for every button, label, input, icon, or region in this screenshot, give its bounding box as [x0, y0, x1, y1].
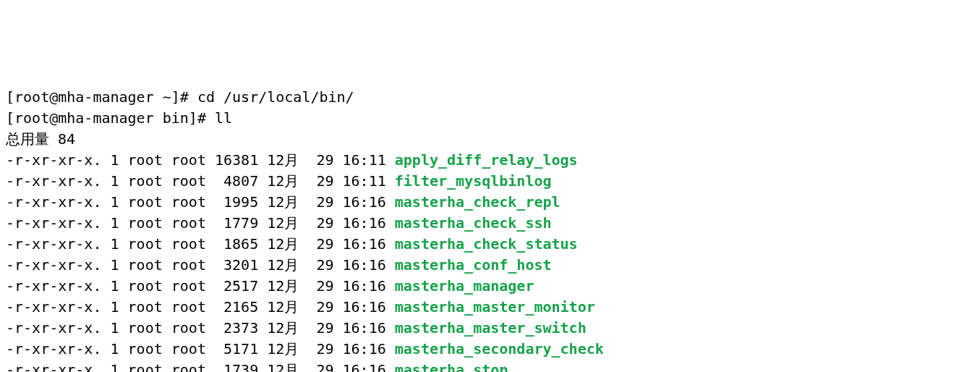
listing-row: -r-xr-xr-x. 1 root root 3201 12月 29 16:1…	[6, 255, 974, 276]
file-name: masterha_master_switch	[395, 319, 587, 337]
listing-row: -r-xr-xr-x. 1 root root 16381 12月 29 16:…	[6, 150, 974, 171]
file-name: masterha_conf_host	[395, 256, 552, 274]
shell-prompt: [root@mha-manager bin]#	[6, 109, 215, 127]
prompt-line-1[interactable]: [root@mha-manager ~]# cd /usr/local/bin/	[6, 87, 974, 108]
listing-row: -r-xr-xr-x. 1 root root 2373 12月 29 16:1…	[6, 318, 974, 339]
command-cd: cd /usr/local/bin/	[197, 88, 354, 106]
listing-row: -r-xr-xr-x. 1 root root 1779 12月 29 16:1…	[6, 213, 974, 234]
prompt-line-2[interactable]: [root@mha-manager bin]# ll	[6, 108, 974, 129]
file-name: filter_mysqlbinlog	[395, 172, 552, 190]
file-name: masterha_check_ssh	[395, 214, 552, 232]
command-ll: ll	[215, 109, 232, 127]
file-name: masterha_check_status	[395, 235, 578, 253]
file-name: masterha_secondary_check	[395, 340, 604, 358]
file-name: masterha_check_repl	[395, 193, 561, 211]
file-name: masterha_stop	[395, 361, 508, 372]
listing-row: -r-xr-xr-x. 1 root root 2165 12月 29 16:1…	[6, 297, 974, 318]
listing-row: -r-xr-xr-x. 1 root root 1739 12月 29 16:1…	[6, 360, 974, 372]
listing-row: -r-xr-xr-x. 1 root root 2517 12月 29 16:1…	[6, 276, 974, 297]
listing-row: -r-xr-xr-x. 1 root root 1865 12月 29 16:1…	[6, 234, 974, 255]
listing-row: -r-xr-xr-x. 1 root root 4807 12月 29 16:1…	[6, 171, 974, 192]
file-name: masterha_master_monitor	[395, 298, 595, 316]
shell-prompt: [root@mha-manager ~]#	[6, 88, 197, 106]
listing-row: -r-xr-xr-x. 1 root root 1995 12月 29 16:1…	[6, 192, 974, 213]
file-name: apply_diff_relay_logs	[395, 151, 578, 169]
file-name: masterha_manager	[395, 277, 534, 295]
total-line: 总用量 84	[6, 129, 974, 150]
listing-row: -r-xr-xr-x. 1 root root 5171 12月 29 16:1…	[6, 339, 974, 360]
terminal-output: [root@mha-manager ~]# cd /usr/local/bin/…	[6, 87, 974, 372]
